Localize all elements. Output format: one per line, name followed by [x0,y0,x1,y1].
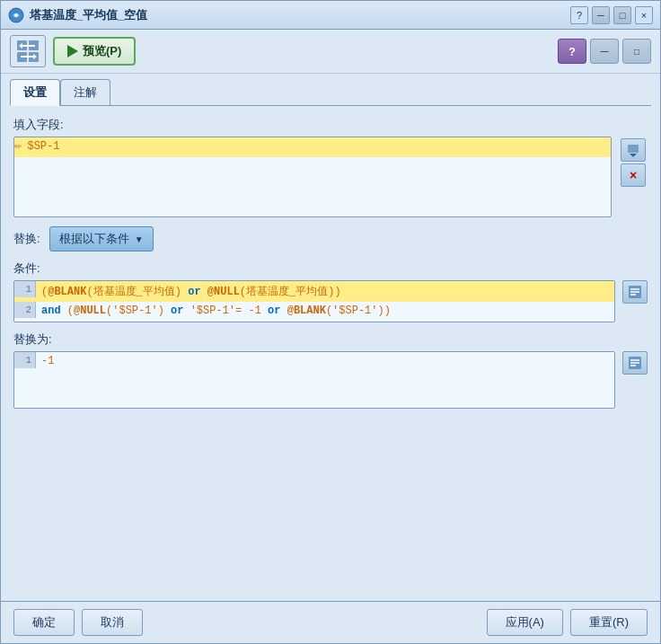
replace-dropdown-arrow: ▼ [135,234,144,244]
main-content: 填入字段: ✏ $SP-1 × [1,106,660,601]
replace-as-content-1: -1 [36,352,59,370]
replace-as-edit-btn[interactable] [622,351,648,375]
replace-as-box[interactable]: 1 -1 [13,351,615,409]
svg-marker-11 [630,154,637,157]
field-clear-btn[interactable]: × [621,163,646,187]
toolbar-right-btns: ? ─ □ [558,39,651,64]
app-icon [8,7,24,23]
fill-field-box: ✏ $SP-1 [13,137,612,217]
condition-content-1: (@BLANK(塔基温度_平均值) or @NULL(塔基温度_平均值)) [36,281,347,302]
main-window: 塔基温度_平均值_空值 ? ─ □ × 预览(P) [0,0,661,644]
replace-dropdown-btn[interactable]: 根据以下条件 ▼ [49,226,154,251]
maximize-btn[interactable]: □ [613,6,631,24]
line-num-2: 2 [14,302,36,318]
replace-as-line-1: 1 -1 [14,352,614,372]
fill-field-value: $SP-1 [22,137,65,155]
condition-content-2: and (@NULL('$SP-1') or '$SP-1'= -1 or @B… [36,302,396,320]
tab-settings[interactable]: 设置 [10,79,60,106]
minimize-btn[interactable]: ─ [592,6,610,24]
play-icon [67,45,78,57]
condition-area: 1 (@BLANK(塔基温度_平均值) or @NULL(塔基温度_平均值)) … [13,280,648,322]
replace-as-edit-icon [627,355,643,371]
window-title: 塔基温度_平均值_空值 [30,7,147,23]
preview-label: 预览(P) [83,43,121,59]
replace-as-label: 替换为: [13,331,648,348]
fill-field-label: 填入字段: [13,117,648,133]
toolbar-minimize-btn[interactable]: ─ [590,39,619,64]
arrows-icon [15,39,40,64]
title-bar-buttons: ? ─ □ × [570,6,653,24]
close-btn[interactable]: × [635,6,653,24]
condition-label: 条件: [13,260,648,277]
toolbar-help-btn[interactable]: ? [558,39,586,64]
condition-section: 条件: 1 (@BLANK(塔基温度_平均值) or @NULL(塔基温度_平均… [13,260,648,322]
fill-field-line: ✏ $SP-1 [14,137,611,157]
preview-button[interactable]: 预览(P) [53,37,136,66]
arrows-btn[interactable] [10,35,46,67]
field-dropdown-btn[interactable] [621,138,646,162]
svg-rect-10 [628,145,639,153]
tab-annotation[interactable]: 注解 [60,79,110,105]
footer-left: 确定 取消 [13,609,143,636]
footer: 确定 取消 应用(A) 重置(R) [1,601,660,643]
condition-edit-btn[interactable] [622,280,648,304]
condition-line-2: 2 and (@NULL('$SP-1') or '$SP-1'= -1 or … [14,302,614,322]
cancel-button[interactable]: 取消 [82,609,143,636]
toolbar: 预览(P) ? ─ □ [1,30,660,74]
line-num-1: 1 [14,281,36,297]
replace-as-empty [14,372,614,408]
fill-field-area: ✏ $SP-1 × [13,137,648,217]
fill-field-side-btns: × [619,137,648,189]
replace-as-area: 1 -1 [13,351,648,409]
pencil-icon: ✏ [14,137,22,153]
footer-right: 应用(A) 重置(R) [487,609,648,636]
replace-as-num-1: 1 [14,352,36,368]
replace-dropdown-label: 根据以下条件 [59,231,129,247]
help-btn[interactable]: ? [570,6,588,24]
apply-button[interactable]: 应用(A) [487,609,563,636]
fill-field-section: 填入字段: ✏ $SP-1 × [13,117,648,217]
ok-button[interactable]: 确定 [13,609,75,636]
condition-line-1: 1 (@BLANK(塔基温度_平均值) or @NULL(塔基温度_平均值)) [14,281,614,302]
replace-label: 替换: [13,231,40,247]
title-bar: 塔基温度_平均值_空值 ? ─ □ × [1,1,660,30]
condition-edit-icon [627,284,643,300]
title-bar-left: 塔基温度_平均值_空值 [8,7,147,23]
svg-point-1 [14,13,18,17]
reset-button[interactable]: 重置(R) [570,609,648,636]
replace-row: 替换: 根据以下条件 ▼ [13,226,648,251]
condition-code-box[interactable]: 1 (@BLANK(塔基温度_平均值) or @NULL(塔基温度_平均值)) … [13,280,615,322]
replace-as-section: 替换为: 1 -1 [13,331,648,409]
tabs-container: 设置 注解 [1,74,660,105]
toolbar-maximize-btn[interactable]: □ [622,39,651,64]
dropdown-arrow-icon [626,143,640,157]
